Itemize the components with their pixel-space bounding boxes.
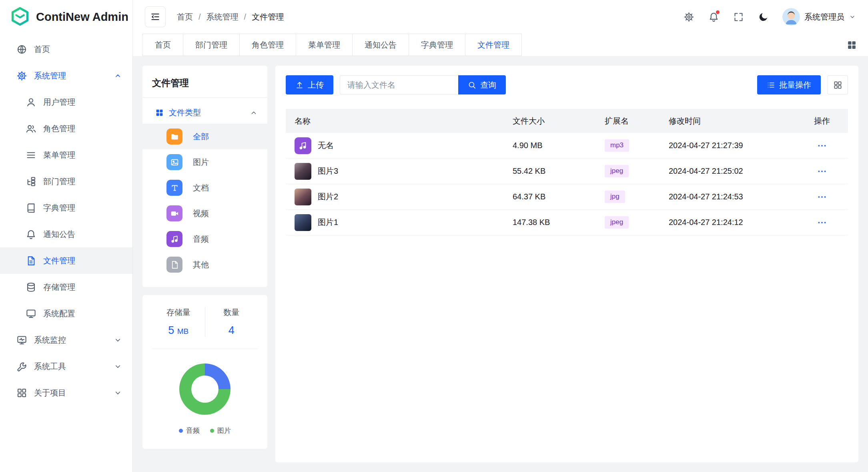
count-label: 数量 (205, 307, 258, 318)
user-menu[interactable]: 系统管理员 (782, 8, 856, 26)
file-size: 4.90 MB (504, 141, 596, 150)
apps-grid-icon[interactable] (847, 40, 857, 50)
menu-lines-icon (26, 150, 36, 161)
sidebar-item-system-monitor[interactable]: 系统监控 (0, 327, 132, 353)
file-type-other[interactable]: 其他 (142, 252, 267, 277)
sidebar-item-system-management[interactable]: 系统管理 (0, 62, 132, 89)
file-type-label: 音频 (193, 234, 209, 245)
storage-unit: MB (177, 327, 189, 335)
image-icon (166, 154, 182, 170)
sidebar-item-label: 通知公告 (43, 229, 75, 240)
file-type-group-toggle[interactable]: 文件类型 (152, 107, 258, 118)
row-actions-more-icon[interactable] (816, 217, 828, 229)
legend-item-images[interactable]: 图片 (210, 426, 231, 435)
chevron-up-icon (114, 72, 122, 80)
file-type-documents[interactable]: 文档 (142, 175, 267, 201)
column-header-actions: 操作 (796, 116, 848, 127)
upload-button-label: 上传 (308, 80, 324, 90)
text-doc-icon (166, 180, 182, 196)
sidebar-menu: 首页 系统管理 用户管理 角色管理 菜单管理 部门管理 字典管理 (0, 34, 132, 472)
count-stat: 数量 4 (205, 307, 258, 337)
query-button[interactable]: 查询 (458, 75, 506, 94)
table-row[interactable]: 图片1 147.38 KB jpeg 2024-04-27 21:24:12 (286, 210, 848, 235)
settings-icon[interactable] (682, 10, 695, 23)
grid-view-icon (833, 80, 842, 90)
sidebar-item-department-management[interactable]: 部门管理 (0, 168, 132, 195)
sidebar-item-menu-management[interactable]: 菜单管理 (0, 142, 132, 168)
tab-label: 部门管理 (195, 40, 227, 50)
file-type-videos[interactable]: 视频 (142, 201, 267, 226)
sidebar-item-label: 文件管理 (43, 255, 75, 266)
main-column: 首页 / 系统管理 / 文件管理 系统管理员 (133, 0, 868, 472)
row-actions-more-icon[interactable] (816, 165, 828, 177)
table-row[interactable]: 图片2 64.37 KB jpg 2024-04-27 21:24:53 (286, 184, 848, 210)
sidebar-item-system-config[interactable]: 系统配置 (0, 300, 132, 327)
sidebar-item-label: 部门管理 (43, 176, 75, 187)
sidebar-item-dictionary-management[interactable]: 字典管理 (0, 195, 132, 221)
row-actions-more-icon[interactable] (816, 140, 828, 152)
list-icon (767, 81, 775, 89)
batch-button-label: 批量操作 (779, 80, 811, 90)
file-type-list: 全部 图片 文档 视频 (152, 124, 258, 277)
top-header: 首页 / 系统管理 / 文件管理 系统管理员 (133, 0, 868, 34)
tab-department-management[interactable]: 部门管理 (183, 34, 240, 56)
table-row[interactable]: 无名 4.90 MB mp3 2024-04-27 21:27:39 (286, 133, 848, 159)
users-icon (26, 123, 36, 134)
fullscreen-icon[interactable] (732, 10, 745, 23)
ext-cell: jpeg (596, 165, 660, 177)
tab-role-management[interactable]: 角色管理 (239, 34, 296, 56)
sidebar-item-home[interactable]: 首页 (0, 36, 132, 62)
tab-dictionary-management[interactable]: 字典管理 (409, 34, 465, 56)
tab-file-management[interactable]: 文件管理 (465, 34, 522, 56)
tab-label: 菜单管理 (308, 40, 340, 50)
column-header-ext: 扩展名 (596, 116, 660, 127)
chevron-down-icon (114, 336, 122, 344)
sidebar-item-user-management[interactable]: 用户管理 (0, 89, 132, 115)
tab-label: 文件管理 (477, 40, 509, 50)
batch-operations-button[interactable]: 批量操作 (757, 75, 821, 94)
breadcrumb: 首页 / 系统管理 / 文件管理 (177, 12, 284, 22)
file-type-images[interactable]: 图片 (142, 149, 267, 175)
collapse-sidebar-button[interactable] (145, 6, 166, 27)
legend-item-audio[interactable]: 音频 (179, 426, 200, 435)
row-actions-more-icon[interactable] (816, 191, 828, 203)
grid-icon (155, 108, 164, 117)
globe-icon (16, 44, 27, 55)
actions-cell (796, 165, 848, 177)
file-type-label: 视频 (193, 208, 209, 219)
image-thumbnail (295, 163, 311, 180)
sidebar-item-role-management[interactable]: 角色管理 (0, 115, 132, 142)
search-input[interactable] (340, 75, 458, 94)
dark-mode-moon-icon[interactable] (757, 10, 770, 23)
file-modified-time: 2024-04-27 21:24:12 (660, 218, 796, 227)
tab-home[interactable]: 首页 (142, 34, 183, 56)
sidebar-item-label: 系统工具 (34, 361, 66, 372)
upload-button[interactable]: 上传 (286, 75, 333, 94)
app-logo[interactable]: ContiNew Admin (0, 0, 132, 34)
table-row[interactable]: 图片3 55.42 KB jpeg 2024-04-27 21:25:02 (286, 159, 848, 184)
file-type-audio[interactable]: 音频 (142, 226, 267, 252)
breadcrumb-item[interactable]: 首页 (177, 12, 193, 22)
panel-title: 文件管理 (152, 75, 258, 97)
tab-notice[interactable]: 通知公告 (352, 34, 409, 56)
file-icon (26, 255, 36, 266)
column-header-time: 修改时间 (660, 116, 796, 127)
sidebar-item-file-management[interactable]: 文件管理 (0, 247, 132, 274)
gear-icon (16, 70, 27, 81)
file-type-label: 其他 (193, 259, 209, 270)
chevron-down-icon (849, 13, 856, 20)
file-type-all[interactable]: 全部 (142, 124, 267, 149)
grid-view-button[interactable] (827, 75, 848, 94)
sidebar-item-about-project[interactable]: 关于项目 (0, 380, 132, 406)
tab-menu-management[interactable]: 菜单管理 (296, 34, 353, 56)
ext-cell: jpg (596, 191, 660, 203)
breadcrumb-item-current: 文件管理 (252, 12, 284, 22)
image-thumbnail (295, 214, 311, 231)
grid-icon (16, 388, 27, 398)
notification-bell-icon[interactable] (707, 10, 720, 23)
sidebar-item-notice[interactable]: 通知公告 (0, 221, 132, 247)
breadcrumb-item[interactable]: 系统管理 (206, 12, 239, 22)
sidebar-item-system-tools[interactable]: 系统工具 (0, 353, 132, 380)
sidebar-item-label: 角色管理 (43, 123, 75, 134)
sidebar-item-storage-management[interactable]: 存储管理 (0, 274, 132, 300)
